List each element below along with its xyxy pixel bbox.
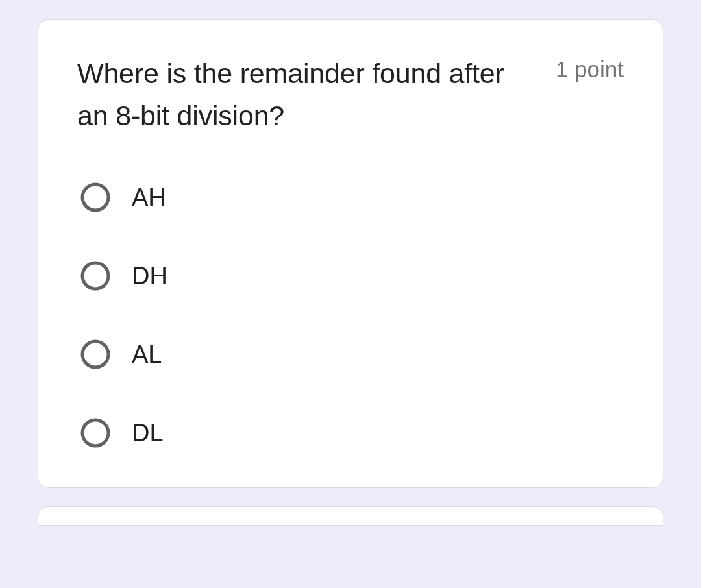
question-text: Where is the remainder found after an 8-… bbox=[77, 53, 530, 136]
radio-icon bbox=[80, 417, 111, 448]
option-label: AH bbox=[132, 184, 166, 212]
svg-point-2 bbox=[82, 341, 108, 367]
option-ah[interactable]: AH bbox=[80, 182, 624, 213]
next-question-card bbox=[38, 506, 663, 526]
option-dl[interactable]: DL bbox=[80, 417, 624, 448]
question-header: Where is the remainder found after an 8-… bbox=[77, 53, 624, 136]
svg-point-3 bbox=[82, 420, 108, 446]
option-label: AL bbox=[132, 341, 162, 369]
svg-point-1 bbox=[82, 263, 108, 289]
question-points: 1 point bbox=[556, 56, 624, 82]
question-card: Where is the remainder found after an 8-… bbox=[38, 19, 663, 488]
radio-icon bbox=[80, 339, 111, 370]
option-label: DL bbox=[132, 419, 164, 447]
radio-icon bbox=[80, 260, 111, 291]
radio-icon bbox=[80, 182, 111, 213]
option-dh[interactable]: DH bbox=[80, 260, 624, 291]
svg-point-0 bbox=[82, 184, 108, 210]
option-label: DH bbox=[132, 262, 167, 290]
option-al[interactable]: AL bbox=[80, 339, 624, 370]
options-list: AH DH AL DL bbox=[77, 182, 624, 448]
